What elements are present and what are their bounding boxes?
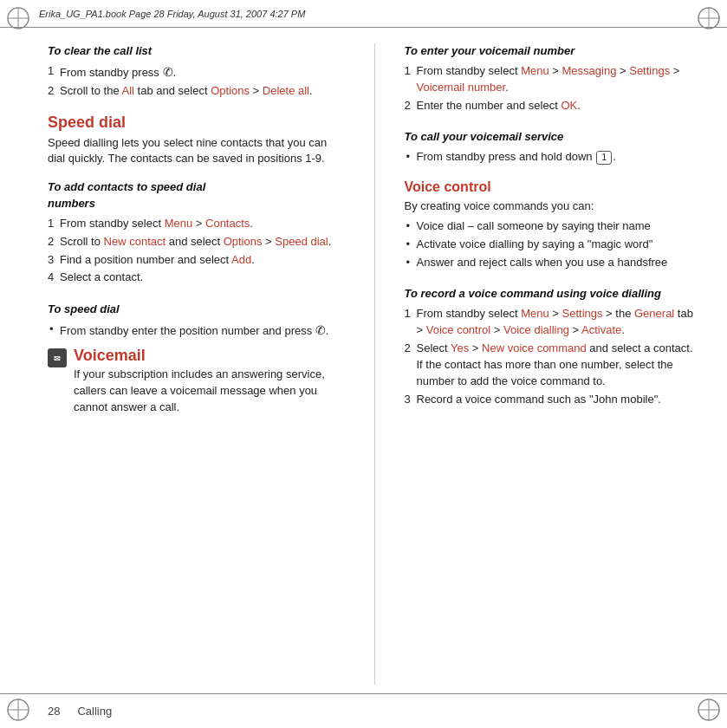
vc-bullet-1: Voice dial – call someone by saying thei…	[405, 218, 702, 235]
footer-section: Calling	[77, 705, 112, 718]
header-text: Erika_UG_PA1.book Page 28 Friday, August…	[39, 9, 305, 19]
record-step-2: 2 Select Yes > New voice command and sel…	[405, 341, 702, 390]
record-step-3: 3 Record a voice command such as "John m…	[405, 392, 702, 408]
speed-dial-description: Speed dialling lets you select nine cont…	[48, 135, 345, 168]
column-divider	[374, 43, 375, 685]
call-voicemail-bullet-1: From standby press and hold down 1.	[405, 149, 702, 166]
clear-call-list-steps: 1 From standby press ✆. 2 Scroll to the …	[48, 63, 345, 101]
call-voicemail-title: To call your voicemail service	[405, 129, 702, 146]
vc-bullet-2: Activate voice dialling by saying a "mag…	[405, 237, 702, 253]
voice-control-heading: Voice control	[405, 179, 702, 195]
page-number: 28	[48, 705, 60, 718]
call-voicemail-bullets: From standby press and hold down 1.	[405, 149, 702, 167]
record-voice-steps: 1 From standby select Menu > Settings > …	[405, 306, 702, 409]
add-step-1: 1 From standby select Menu > Contacts.	[48, 216, 345, 232]
voicemail-icon: ✉	[48, 348, 67, 367]
key-1-icon: 1	[596, 151, 612, 165]
speed-dial-heading: Speed dial	[48, 114, 345, 132]
speed-dial-bullet-1: From standby enter the position number a…	[48, 322, 345, 340]
step-2: 2 Scroll to the All tab and select Optio…	[48, 83, 345, 100]
main-content: To clear the call list 1 From standby pr…	[0, 28, 727, 693]
voice-control-bullets: Voice dial – call someone by saying thei…	[405, 218, 702, 273]
left-column: To clear the call list 1 From standby pr…	[48, 43, 345, 685]
enter-voicemail-steps: 1 From standby select Menu > Messaging >…	[405, 63, 702, 116]
add-contacts-title: To add contacts to speed dialnumbers	[48, 179, 345, 212]
enter-vm-step-2: 2 Enter the number and select OK.	[405, 98, 702, 114]
speed-dial-bullets: From standby enter the position number a…	[48, 322, 345, 341]
voicemail-section: ✉ Voicemail If your subscription include…	[48, 347, 345, 419]
header-bar: Erika_UG_PA1.book Page 28 Friday, August…	[0, 0, 727, 28]
to-speed-dial-title: To speed dial	[48, 302, 345, 318]
footer: 28 Calling	[0, 693, 727, 728]
enter-vm-step-1: 1 From standby select Menu > Messaging >…	[405, 63, 702, 96]
clear-call-list-title: To clear the call list	[48, 43, 345, 60]
svg-text:✉: ✉	[54, 354, 61, 363]
voicemail-content: Voicemail If your subscription includes …	[74, 347, 345, 419]
enter-voicemail-title: To enter your voicemail number	[405, 43, 702, 60]
step-1: 1 From standby press ✆.	[48, 63, 345, 81]
voicemail-heading: Voicemail	[74, 347, 146, 364]
add-step-4: 4 Select a contact.	[48, 270, 345, 286]
right-column: To enter your voicemail number 1 From st…	[405, 43, 702, 685]
add-contacts-steps: 1 From standby select Menu > Contacts. 2…	[48, 216, 345, 288]
add-step-3: 3 Find a position number and select Add.	[48, 252, 345, 269]
vc-bullet-3: Answer and reject calls when you use a h…	[405, 255, 702, 271]
add-step-2: 2 Scroll to New contact and select Optio…	[48, 234, 345, 250]
record-step-1: 1 From standby select Menu > Settings > …	[405, 306, 702, 339]
voice-control-description: By creating voice commands you can:	[405, 198, 702, 215]
voicemail-description: If your subscription includes an answeri…	[74, 367, 345, 416]
record-voice-title: To record a voice command using voice di…	[405, 286, 702, 302]
